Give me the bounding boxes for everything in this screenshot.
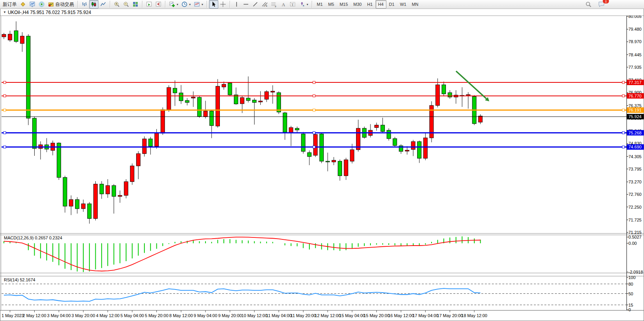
timeframe-m15[interactable]: M15 [337,0,351,9]
candle [423,138,427,159]
tile-windows-button[interactable] [131,0,140,9]
line-handle[interactable] [313,132,315,134]
period-icon [181,1,188,7]
auto-scroll-button[interactable] [144,0,154,9]
price-axis-label: 76.375 [628,103,642,108]
chevron-down-icon: ▾ [307,3,308,6]
line-handle[interactable] [622,132,625,134]
auto-trading-button[interactable]: 自动交易 [46,0,75,9]
text-button[interactable]: A [279,0,288,9]
notifications-button[interactable]: 1 [597,0,607,9]
price-tag-label: 77.317 [628,80,642,85]
svg-text:E: E [266,5,267,7]
candle [8,34,12,40]
period-button[interactable]: ▾ [180,0,192,9]
time-axis-label: 5 May 04:00 [120,313,144,318]
fibonacci-button[interactable]: F [269,0,279,9]
line-chart-button[interactable] [98,0,108,9]
signals-button[interactable] [37,0,46,9]
timeframe-h1[interactable]: H1 [364,0,375,9]
candle [222,84,226,87]
zoom-in-button[interactable] [112,0,121,9]
text-icon: A [280,1,286,7]
line-handle[interactable] [313,109,315,111]
candle [240,98,244,104]
timeframe-d1[interactable]: D1 [386,0,397,9]
line-handle[interactable] [622,81,625,84]
line-chart-icon [100,1,106,7]
horizontal-line-button[interactable] [241,0,251,9]
search-button[interactable] [584,0,593,9]
zoom-out-button[interactable] [121,0,131,9]
line-handle[interactable] [4,95,6,97]
line-handle[interactable] [622,109,625,111]
candle [2,34,6,37]
line-handle[interactable] [4,109,6,111]
line-handle[interactable] [622,95,625,97]
candle [69,200,73,206]
candle [130,166,134,181]
candle [289,127,293,133]
timeframe-w1[interactable]: W1 [397,0,409,9]
price-tag-label: 76.191 [628,108,642,112]
auto-scroll-icon [146,1,152,7]
candle [271,91,275,92]
channel-button[interactable]: E [260,0,269,9]
price-axis-label: 72.760 [628,192,642,197]
candle [301,134,305,152]
price-axis-label: 73.795 [628,167,642,171]
arrows-icon [299,1,305,7]
timeframe-m5[interactable]: M5 [325,0,337,9]
cursor-button[interactable] [209,0,218,9]
toolbar-separator [312,1,312,8]
rsi-axis-label: 80 [628,282,633,286]
new-order-label: 新订单 [3,1,17,8]
timeframe-m30[interactable]: M30 [351,0,364,9]
line-handle[interactable] [4,81,6,84]
chart-shift-button[interactable] [154,0,163,9]
timeframe-h4[interactable]: H4 [376,0,386,9]
timeframe-m1[interactable]: M1 [314,0,325,9]
candlestick-chart-icon [91,1,97,7]
toolbar-separator [207,1,207,8]
indicators-button[interactable]: ▾ [167,0,180,9]
candlestick-chart-button[interactable] [89,0,98,9]
bar-chart-button[interactable] [80,0,89,9]
timeframe-mn[interactable]: MN [409,0,421,9]
line-handle[interactable] [313,146,315,148]
candle [466,94,470,96]
template-button[interactable]: ▾ [192,0,205,9]
price-axis-label: 71.215 [628,230,642,235]
line-handle[interactable] [622,146,625,148]
candle [94,184,98,219]
text-label-button[interactable]: T [288,0,297,9]
price-axis-label: 71.725 [628,218,642,222]
toolbar-separator [142,1,142,8]
candle [307,153,311,157]
arrows-button[interactable]: ▾ [297,0,310,9]
trendline-button[interactable] [251,0,260,9]
line-handle[interactable] [4,132,6,134]
candle [142,139,146,154]
new-order-button[interactable]: 新订单 [1,0,18,9]
candle [191,97,195,98]
candle [26,36,30,118]
horizontal-line-icon [243,1,249,7]
time-axis-label: 4 May 12:00 [96,313,120,318]
candle [326,161,330,162]
time-axis-label: 18 May 12:00 [462,313,488,318]
chart-canvas[interactable]: 80.00579.48078.97078.44577.93577.41076.9… [0,0,644,321]
indicators-icon [169,1,175,7]
crosshair-button[interactable] [218,0,228,9]
chart-titlebar[interactable]: ▼ UKOil-,H4 75.951 76.022 75.915 75.924 [0,9,644,16]
line-handle[interactable] [4,146,6,148]
toolbar-separator [77,1,78,8]
collapse-arrow-icon[interactable]: ▼ [0,10,8,14]
market-watch-button[interactable] [28,0,37,9]
candle [442,85,446,94]
line-handle[interactable] [313,95,315,97]
styles-button[interactable] [18,0,28,9]
vertical-line-button[interactable] [232,0,241,9]
line-handle[interactable] [313,81,315,84]
crosshair-icon [220,1,226,7]
